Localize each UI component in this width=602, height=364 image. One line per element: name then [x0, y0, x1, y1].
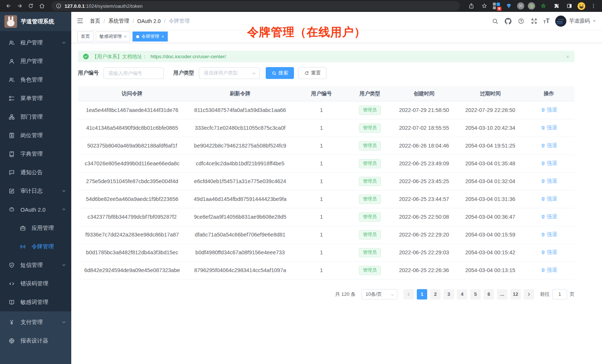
prev-page-button[interactable] — [403, 289, 414, 300]
refresh-token-cell: 8796295f04064c2983414cc54af1097a — [186, 261, 294, 279]
user-type-badge: 管理员 — [359, 159, 381, 168]
sidebar-item-token-manage[interactable]: 令牌管理 — [0, 237, 71, 256]
sidebar-item-sms[interactable]: 短信管理 — [0, 256, 71, 274]
sidebar-item-sensitive[interactable]: 敏感词管理 — [0, 293, 71, 311]
force-logout-link[interactable]: 强退 — [541, 178, 557, 185]
bookmark-star-icon[interactable] — [480, 1, 489, 11]
sidebar-item-audit[interactable]: 审计日志 — [0, 182, 71, 200]
tab-sensitive-words[interactable]: 敏感词管理 × — [96, 32, 130, 42]
dot-extension-icon[interactable] — [528, 2, 535, 10]
force-logout-link[interactable]: 强退 — [541, 267, 557, 274]
sidebar-item-oauth2[interactable]: OAuth 2.0 — [0, 200, 71, 219]
sidebar-item-report[interactable]: 报表设计器 — [0, 331, 71, 350]
user-id-input[interactable] — [104, 67, 164, 79]
force-logout-link[interactable]: 强退 — [541, 249, 557, 256]
sidebar-item-dept[interactable]: 部门管理 — [0, 107, 71, 126]
sidebar-item-notice[interactable]: 通知公告 — [0, 163, 71, 182]
font-size-icon[interactable]: TT — [543, 18, 550, 24]
puzzle-extensions-icon[interactable] — [552, 1, 561, 11]
reset-button[interactable]: 重置 — [298, 67, 327, 79]
force-logout-link[interactable]: 强退 — [541, 214, 557, 220]
github-icon[interactable] — [504, 17, 512, 25]
sidebar-item-role[interactable]: 角色管理 — [0, 70, 71, 89]
home-icon[interactable] — [37, 1, 47, 11]
chevron-down-icon — [62, 320, 66, 324]
alert-close-icon[interactable]: × — [566, 53, 569, 60]
command-extension-icon[interactable]: ⌘ — [517, 2, 524, 10]
tab-home[interactable]: 首页 — [77, 32, 94, 42]
sidebar-item-tenant[interactable]: 租户管理 — [0, 33, 71, 52]
badge-icon — [8, 132, 15, 139]
search-button[interactable]: 搜索 — [266, 67, 294, 79]
next-page-button[interactable] — [524, 289, 534, 300]
close-icon[interactable]: × — [124, 34, 127, 39]
force-logout-link[interactable]: 强退 — [541, 125, 557, 131]
page-button[interactable]: 1 — [417, 289, 427, 300]
share-icon[interactable] — [467, 1, 476, 11]
action-cell: 强退 — [523, 155, 575, 172]
tab-token-manage[interactable]: 令牌管理 × — [132, 32, 168, 42]
user-type-badge: 管理员 — [359, 195, 381, 204]
profile-avatar-icon[interactable] — [578, 2, 585, 10]
force-logout-link[interactable]: 强退 — [541, 142, 557, 149]
sidebar-item-app-manage[interactable]: 应用管理 — [0, 219, 71, 237]
breadcrumb-oauth2[interactable]: OAuth 2.0 — [137, 18, 161, 24]
user-type-cell: 管理员 — [349, 208, 391, 226]
force-logout-link[interactable]: 强退 — [541, 107, 557, 113]
table-row: c347026e805e4d99b0d116eae66eda8c cdfc4ce… — [78, 155, 575, 172]
page-ellipsis[interactable]: ... — [497, 289, 507, 300]
force-logout-link[interactable]: 强退 — [541, 231, 557, 238]
force-logout-link[interactable]: 强退 — [541, 160, 557, 167]
force-logout-link[interactable]: 强退 — [541, 196, 557, 202]
sidebar-item-user[interactable]: 用户管理 — [0, 52, 71, 70]
breadcrumb-system[interactable]: 系统管理 — [108, 18, 129, 24]
dict-icon — [8, 150, 15, 157]
user-id-cell: 1 — [294, 172, 349, 190]
access-token-cell: 502375b8040a469a9b82188afdf6af1f — [78, 137, 186, 155]
sidebar-item-menu[interactable]: 菜单管理 — [0, 89, 71, 107]
search-icon[interactable] — [491, 17, 499, 25]
create-time-cell: 2022-06-25 23:44:57 — [391, 190, 457, 208]
browser-menu-icon[interactable] — [589, 1, 598, 11]
user-type-cell: 管理员 — [349, 155, 391, 172]
site-info-icon[interactable] — [56, 1, 62, 11]
green-star-extension-icon[interactable] — [539, 1, 548, 11]
create-time-cell: 2022-06-25 22:50:08 — [391, 208, 457, 226]
page-size-select[interactable]: 10条/页 — [361, 289, 397, 300]
close-icon[interactable]: × — [161, 34, 164, 39]
page-button[interactable]: 6 — [484, 289, 494, 300]
tree-icon — [8, 95, 15, 102]
doc-link[interactable]: https://doc.iocoder.cn/user-center/ — [151, 54, 226, 59]
sidebar-item-dict[interactable]: 字典管理 — [0, 145, 71, 163]
user-menu[interactable]: 芋道源码 — [555, 16, 596, 27]
page-button[interactable]: 12 — [510, 289, 521, 300]
page-button[interactable]: 4 — [457, 289, 467, 300]
page-button[interactable]: 5 — [470, 289, 481, 300]
breadcrumb-home[interactable]: 首页 — [90, 18, 100, 24]
robot-icon — [8, 206, 15, 213]
sidebar-item-errcode[interactable]: 错误码管理 — [0, 274, 71, 293]
forward-icon[interactable] — [15, 1, 24, 11]
fullscreen-icon[interactable] — [530, 17, 538, 25]
reload-icon[interactable] — [26, 1, 36, 11]
extensions-icon[interactable]: 9 — [493, 2, 501, 10]
back-icon[interactable] — [4, 1, 13, 11]
url-bar[interactable]: 127.0.0.1:1024/system/oauth2/token — [51, 1, 460, 11]
app-logo[interactable]: 芋道管理系统 — [0, 12, 71, 31]
page-button[interactable]: 3 — [444, 289, 454, 300]
user-type-select[interactable]: 请选择用户类型 — [199, 67, 260, 79]
goto-label: 前往 — [540, 291, 550, 298]
help-icon[interactable] — [517, 17, 525, 25]
total-count: 共 120 条 — [335, 291, 356, 298]
goto-page-input[interactable] — [552, 289, 567, 300]
edit-icon — [8, 188, 15, 194]
chevron-down-icon — [390, 292, 395, 298]
alert-text: 【用户体系】文档地址： — [92, 53, 147, 60]
page-button[interactable]: 2 — [430, 289, 441, 300]
breadcrumb: 首页 / 系统管理 / OAuth 2.0 / 令牌管理 — [90, 18, 190, 24]
sidebar-item-pay[interactable]: 支付管理 — [0, 313, 71, 331]
collapse-sidebar-icon[interactable] — [76, 17, 85, 25]
sidebar-item-post[interactable]: 岗位管理 — [0, 126, 71, 145]
split-view-icon[interactable] — [565, 1, 574, 11]
gem-extension-icon[interactable] — [504, 1, 514, 11]
